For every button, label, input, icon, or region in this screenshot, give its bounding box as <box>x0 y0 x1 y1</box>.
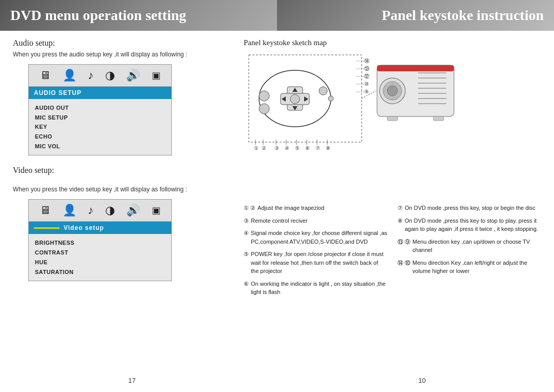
svg-text:③: ③ <box>274 145 279 151</box>
audio-item-4: ECHO <box>35 132 165 142</box>
circle-icon: ◑ <box>105 69 115 82</box>
video-menu-box: 🖥 👤 ♪ ◑ 🔊 ▣ Video setup BRIGHTNESS CONTR… <box>28 199 172 281</box>
left-column: Audio setup: When you press the audio se… <box>13 38 239 301</box>
svg-text:⑤: ⑤ <box>295 145 300 151</box>
person-icon: 👤 <box>63 69 76 82</box>
video-item-3: HUE <box>35 258 165 267</box>
yellow-underline <box>34 227 60 229</box>
split-icon-2: ▣ <box>152 205 161 216</box>
desc-num-14-10: ⑭ ⑩ <box>398 259 410 276</box>
svg-text:⑫: ⑫ <box>364 73 369 79</box>
desc-num-1: ① ② <box>244 204 255 212</box>
desc-7: ⑦ On DVD mode ,press this key, stop or b… <box>398 204 541 212</box>
desc-text-8: On DVD mode ,press this key to stop to p… <box>405 217 541 233</box>
header: DVD menu operation setting Panel keystok… <box>0 0 554 31</box>
svg-text:⑩: ⑩ <box>364 81 369 87</box>
page-number-right: 10 <box>419 377 426 384</box>
svg-point-11 <box>319 87 327 95</box>
desc-num-5: ⑤ <box>244 250 249 276</box>
desc-text-13-9: Menu direction key ,can up/down or choos… <box>412 238 541 254</box>
desc-8: ⑧ On DVD mode ,press this key to stop to… <box>398 217 541 233</box>
svg-rect-52 <box>433 116 444 121</box>
audio-title: Audio setup: <box>13 38 239 48</box>
video-title: Video setup: <box>13 166 239 175</box>
left-title: DVD menu operation setting <box>10 7 186 24</box>
svg-text:⑦: ⑦ <box>315 145 320 151</box>
music-icon-2: ♪ <box>88 204 93 217</box>
audio-menu-box: 🖥 👤 ♪ ◑ 🔊 ▣ AUDIO SETUP AUDIO OUT MIC SE… <box>28 64 172 155</box>
audio-active-bar: AUDIO SETUP <box>29 87 171 99</box>
page-number-left: 17 <box>128 377 135 384</box>
audio-item-5: MIC VOL <box>35 142 165 151</box>
main-content: Audio setup: When you press the audio se… <box>0 31 554 308</box>
video-menu-icons: 🖥 👤 ♪ ◑ 🔊 ▣ <box>29 200 171 222</box>
svg-text:⑥: ⑥ <box>305 145 310 151</box>
sketch-area: ① ② ③ ④ ⑤ ⑥ ⑦ ⑧ ⑭ ⑬ ⑫ <box>244 50 464 199</box>
video-item-2: CONTRAST <box>35 248 165 258</box>
right-column: Panel keystoke sketch map <box>244 38 541 301</box>
svg-point-4 <box>290 94 300 104</box>
video-section: Video setup: When you press the video se… <box>13 166 239 281</box>
video-active-bar: Video setup <box>29 222 171 234</box>
panel-sketch-svg: ① ② ③ ④ ⑤ ⑥ ⑦ ⑧ ⑭ ⑬ ⑫ <box>244 50 464 199</box>
video-active-label: Video setup <box>64 224 104 231</box>
header-left: DVD menu operation setting <box>0 0 277 31</box>
desc-text-14-10: Menu direction Key ,can left/right or ad… <box>412 259 541 276</box>
svg-text:⑬: ⑬ <box>364 66 369 71</box>
audio-item-3: KEY <box>35 122 165 132</box>
audio-menu-items: AUDIO OUT MIC SETUP KEY ECHO MIC VOL <box>29 99 171 155</box>
desc-num-4: ④ <box>244 229 249 246</box>
svg-rect-50 <box>377 65 454 71</box>
desc-text-3: Remote control reciver <box>251 217 308 225</box>
svg-text:⑭: ⑭ <box>364 58 369 64</box>
svg-text:②: ② <box>262 145 266 151</box>
svg-point-9 <box>259 91 269 101</box>
sketch-title: Panel keystoke sketch map <box>244 38 541 47</box>
speaker-icon-2: 🔊 <box>126 204 140 217</box>
svg-text:⑨: ⑨ <box>364 89 369 94</box>
monitor-icon-2: 🖥 <box>39 204 51 217</box>
video-item-1: BRIGHTNESS <box>35 238 165 248</box>
desc-num-7: ⑦ <box>398 204 403 212</box>
svg-point-42 <box>387 86 398 96</box>
desc-text-7: On DVD mode ,press this key, stop or beg… <box>405 204 536 212</box>
video-item-4: SATURATION <box>35 267 165 277</box>
desc-num-6: ⑥ <box>244 280 249 297</box>
desc-3: ③ Remote control reciver <box>244 217 387 225</box>
svg-point-10 <box>259 104 269 114</box>
svg-text:①: ① <box>254 145 259 151</box>
descriptions: ① ② Adjust the image trapeziod ③ Remote … <box>244 204 541 301</box>
audio-item-1: AUDIO OUT <box>35 103 165 113</box>
music-icon: ♪ <box>88 69 93 82</box>
person-icon-2: 👤 <box>63 204 76 217</box>
audio-desc: When you press the audio setup key ,it w… <box>13 51 239 58</box>
desc-13-9: ⑬ ⑨ Menu direction key ,can up/down or c… <box>398 238 541 254</box>
desc-6: ⑥ On working the indicator is light , on… <box>244 280 387 297</box>
desc-text-1: Adjust the image trapeziod <box>258 204 324 212</box>
monitor-icon: 🖥 <box>39 69 51 82</box>
speaker-icon: 🔊 <box>126 69 140 82</box>
audio-item-2: MIC SETUP <box>35 113 165 123</box>
circle-icon-2: ◑ <box>105 204 115 217</box>
audio-menu-icons: 🖥 👤 ♪ ◑ 🔊 ▣ <box>29 65 171 87</box>
right-title: Panel keystoke instruction <box>382 7 544 24</box>
svg-rect-51 <box>387 116 398 121</box>
audio-section: Audio setup: When you press the audio se… <box>13 38 239 155</box>
desc-col-left: ① ② Adjust the image trapeziod ③ Remote … <box>244 204 387 301</box>
desc-text-5: POWER key ,for open /close projector if … <box>251 250 387 276</box>
desc-text-4: Signal mode choice key ,for choose diffe… <box>251 229 387 246</box>
desc-num-13-9: ⑬ ⑨ <box>398 238 410 254</box>
desc-text-6: On working the indicator is light , on s… <box>251 280 387 297</box>
desc-14-10: ⑭ ⑩ Menu direction Key ,can left/right o… <box>398 259 541 276</box>
desc-num-3: ③ <box>244 217 249 225</box>
video-menu-items: BRIGHTNESS CONTRAST HUE SATURATION <box>29 234 171 281</box>
desc-1: ① ② Adjust the image trapeziod <box>244 204 387 212</box>
svg-point-12 <box>328 96 333 101</box>
video-desc: When you press the video setup key ,it w… <box>13 186 239 193</box>
desc-5: ⑤ POWER key ,for open /close projector i… <box>244 250 387 276</box>
desc-num-8: ⑧ <box>398 217 403 233</box>
desc-4: ④ Signal mode choice key ,for choose dif… <box>244 229 387 246</box>
svg-text:④: ④ <box>285 145 289 151</box>
desc-col-right: ⑦ On DVD mode ,press this key, stop or b… <box>398 204 541 301</box>
header-right: Panel keystoke instruction <box>277 0 554 31</box>
